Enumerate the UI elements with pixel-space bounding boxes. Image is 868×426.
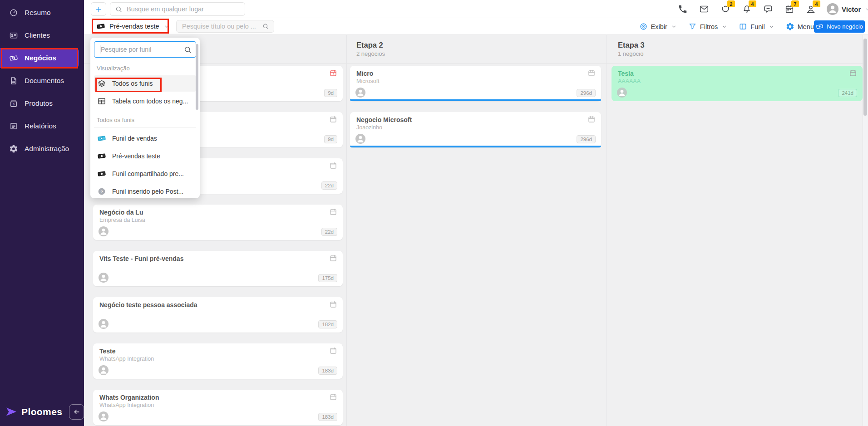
deal-card-negocio-da-lu[interactable]: Negócio da LuEmpresa da Luisa22d [93,205,343,240]
deal-card-whats-organization[interactable]: Whats OrganizationWhatsApp Integration18… [93,390,343,425]
dropdown-item-pre-vendas-teste[interactable]: Pré-vendas teste [94,148,196,164]
mail-icon-button[interactable] [699,4,710,15]
funil-de-vendas-icon [97,134,106,143]
deal-age-badge: 183d [318,413,337,421]
deal-card-vits-teste-funi-pre-vendas[interactable]: Vits Teste - Funi pré-vendas175d [93,251,343,286]
funil-button[interactable]: Funil [739,22,774,31]
dropdown-item-funil-de-vendas[interactable]: Funil de vendas [94,130,196,147]
calendar-icon[interactable] [849,69,857,77]
toolbar-actions: ExibirFiltrosFunilMenu [639,18,814,35]
calendar-icon[interactable] [329,115,337,123]
calendar-icon[interactable] [329,254,337,262]
column-divider [607,35,607,426]
funnel-selector-button[interactable]: Pré-vendas teste [96,20,170,32]
deal-age-badge: 22d [321,228,337,236]
avatar [617,88,627,98]
dropdown-item-todos-os-funis[interactable]: Todos os funis [94,75,196,92]
new-deal-button[interactable]: Novo negócio [814,20,865,33]
deal-title: Vits Teste - Funi pré-vendas [99,255,183,262]
sidebar-item-clientes[interactable]: Clientes [0,25,84,45]
chevron-down-icon [721,23,728,30]
calendar-icon[interactable] [329,162,337,170]
menu-icon [786,22,794,31]
calendar-icon[interactable] [329,347,337,355]
calendar-icon[interactable] [587,115,596,123]
calendar-icon[interactable] [329,300,337,308]
deal-card-negocio-microsoft[interactable]: Negocio MicrosoftJoaozinho296d [350,112,601,147]
ploomes-logo-text: Ploomes [21,406,62,417]
toolbar: Pré-vendas teste ExibirFiltrosFunilMenu … [84,18,868,35]
text-caret [100,45,100,54]
deal-age-badge: 175d [318,274,337,282]
phone-icon-button[interactable] [677,4,688,15]
deal-age-badge: 296d [577,135,596,143]
deal-title: Negócio teste pessoa associada [99,301,197,308]
calendar-alert-icon[interactable] [329,69,337,77]
calendar-icon[interactable] [329,208,337,216]
sidebar-item-resumo[interactable]: Resumo [0,3,84,23]
sidebar-item-produtos[interactable]: $Produtos [0,93,84,113]
kanban-board: 9d9d22dNegócio da LuEmpresa da Luisa22dV… [84,35,868,426]
money-icon [96,22,105,31]
page-scrollbar-track [863,35,868,426]
svg-text:$: $ [13,103,15,106]
topbar: 2474Victor [84,0,868,18]
exibir-icon [639,22,648,31]
avatar [99,365,108,375]
dropdown-item-funil-compartilhado-pre[interactable]: Funil compartilhado pre... [94,166,196,182]
calendar-icon[interactable] [329,393,337,401]
deal-search [176,20,274,33]
topbar-icons: 2474Victor [677,0,868,18]
count-badge: 4 [749,0,756,7]
dropdown-scrollbar-thumb[interactable] [196,44,198,110]
funil-compartilhado-pre-icon [97,169,106,178]
column-deal-count: 2 negócios [356,50,385,57]
deal-card-negocio-teste-pessoa-associada[interactable]: Negócio teste pessoa associada182d [93,297,343,333]
count-badge: 2 [727,0,735,7]
stage-progress-bar [350,146,601,147]
deal-client: WhatsApp Integration [99,402,154,408]
dropdown-item-tabela-com-todos-os-neg[interactable]: Tabela com todos os neg... [94,93,196,109]
deal-card-tesla[interactable]: TeslaAAAAAA241d [612,66,863,101]
chevron-down-icon [163,23,170,30]
deal-card-teste[interactable]: TesteWhatsApp Integration183d [93,343,343,379]
calendar-icon-button[interactable]: 7 [784,4,795,15]
collapse-sidebar-button[interactable] [69,404,84,420]
exibir-button[interactable]: Exibir [639,22,677,31]
deal-card-micro[interactable]: MicroMicrosoft296d [350,66,601,101]
funnel-search-input[interactable] [101,46,181,53]
menu-button[interactable]: Menu [786,22,814,31]
deal-title: Tesla [618,70,634,77]
deal-age-badge: 241d [838,89,857,97]
avatar [99,411,108,421]
sidebar-item-negocios[interactable]: Negócios [0,48,79,68]
deal-age-badge: 296d [577,89,596,97]
count-badge: 7 [791,0,799,7]
add-button[interactable] [91,2,106,16]
deal-search-input[interactable] [182,23,258,30]
documentos-icon [9,76,18,85]
global-search-input[interactable] [127,5,240,13]
sidebar-item-relatorios[interactable]: Relatórios [0,116,84,136]
page-scrollbar-thumb[interactable] [863,39,867,116]
deal-client: AAAAAA [618,78,641,84]
bell-icon-button[interactable]: 4 [741,4,752,15]
chat-icon-button[interactable] [763,4,774,15]
calendar-icon[interactable] [587,69,596,77]
deal-age-badge: 182d [318,320,337,328]
user-menu[interactable]: Victor [827,3,868,15]
avatar [355,88,365,98]
sidebar-item-administracao[interactable]: Administração [0,139,84,159]
column-divider [346,35,347,426]
sidebar: ResumoClientesNegóciosDocumentos$Produto… [0,0,84,426]
dropdown-item-funil-inserido-pelo-post[interactable]: ?Funil inserido pelo Post... [94,183,196,198]
global-search [110,2,245,16]
agent-icon-button[interactable]: 4 [805,4,816,15]
filtros-button[interactable]: Filtros [688,22,728,31]
deal-client: Empresa da Luisa [99,217,145,223]
deal-title: Negocio Microsoft [356,116,412,123]
chevron-down-icon [864,5,868,13]
deal-title: Negócio da Lu [99,209,143,216]
sidebar-item-documentos[interactable]: Documentos [0,71,84,91]
hands-icon-button[interactable]: 2 [720,4,731,15]
